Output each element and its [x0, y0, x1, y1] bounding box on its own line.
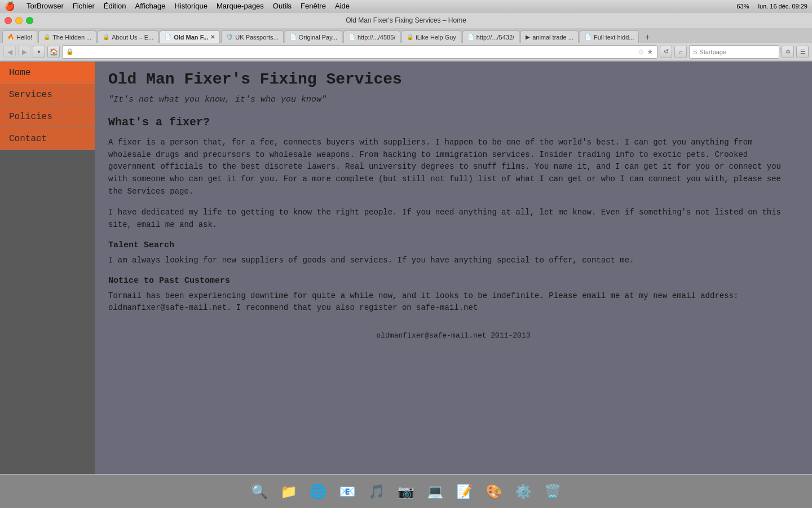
page-paragraph: Tormail has been experiencing downtime f… — [108, 290, 798, 314]
clock: lun. 16 déc. 09:29 — [758, 3, 807, 10]
tab-oldman[interactable]: 📄Old Man F...✕ — [160, 30, 220, 43]
browser-titlebar: Old Man Fixer's Fixing Services – Home — [0, 12, 812, 28]
tab-4585-label: http://.../4585/ — [358, 34, 395, 41]
tab-oldman-favicon: 📄 — [165, 34, 171, 40]
page-content: Old Man Fixer's Fixing Services "It's no… — [95, 62, 812, 475]
window-minimize[interactable] — [15, 17, 23, 24]
new-tab-button[interactable]: + — [641, 32, 654, 43]
menu-fichier[interactable]: Fichier — [73, 2, 95, 10]
tab-originalpay-favicon: 📄 — [290, 34, 297, 40]
section-subheading: Notice to Past Customers — [108, 276, 798, 286]
dock-item-7[interactable]: 📝 — [451, 478, 478, 505]
dock-item-9[interactable]: ⚙️ — [510, 478, 537, 505]
tab-aboutus-favicon: 🔒 — [103, 34, 109, 40]
section-heading: What's a fixer? — [108, 116, 798, 129]
sidebar: HomeServicesPoliciesContact — [0, 62, 95, 475]
url-bar[interactable] — [76, 48, 636, 56]
reload-button[interactable]: ↺ — [660, 46, 672, 58]
search-bar-container: S 🔍 — [689, 45, 779, 59]
tab-animaltrade-label: animal trade ... — [532, 34, 573, 41]
dock-item-2[interactable]: 🌐 — [304, 478, 332, 505]
tab-originalpay[interactable]: 📄Original Pay... — [285, 30, 342, 43]
page-paragraph: I have dedicated my life to getting to k… — [108, 207, 798, 231]
tab-hello[interactable]: 🔥Hello! — [2, 30, 37, 43]
dock-item-5[interactable]: 📷 — [392, 478, 420, 505]
settings-button[interactable]: ⚙ — [782, 46, 794, 58]
dock-item-6[interactable]: 💻 — [422, 478, 449, 505]
bookmark-star-icon[interactable]: ☆ — [638, 47, 645, 56]
tab-ilike-favicon: 🔒 — [407, 34, 413, 40]
lock-icon: 🔒 — [66, 48, 74, 55]
nav-home[interactable]: Home — [0, 62, 95, 84]
tab-oldman-close[interactable]: ✕ — [210, 34, 215, 40]
dock-item-8[interactable]: 🎨 — [480, 478, 508, 505]
browser-content: HomeServicesPoliciesContact Old Man Fixe… — [0, 62, 812, 475]
tab-animaltrade[interactable]: ▶animal trade ... — [520, 30, 579, 43]
nav-policies[interactable]: Policies — [0, 106, 95, 128]
tab-4585-favicon: 📄 — [348, 34, 355, 40]
url-bar-container: 🔒 ☆ ★ — [62, 45, 657, 59]
tab-fulltext-label: Full text hidd... — [594, 34, 634, 41]
forward-button[interactable]: ▶ — [18, 46, 30, 58]
menu-aide[interactable]: Aide — [335, 2, 350, 10]
page-title: Old Man Fixer's Fixing Services — [108, 71, 798, 88]
dock-item-1[interactable]: 📁 — [275, 478, 302, 505]
home-button[interactable]: 🏠 — [47, 46, 60, 58]
dock-item-3[interactable]: 📧 — [334, 478, 361, 505]
tab-5432-label: http://.../5432/ — [476, 34, 514, 41]
bookmark-star2-icon[interactable]: ★ — [647, 47, 654, 56]
tab-ukpassports-favicon: 🛡️ — [226, 34, 233, 40]
history-button[interactable]: ▼ — [33, 46, 45, 58]
menu-edition[interactable]: Édition — [104, 2, 126, 10]
menu-torbrowser[interactable]: TorBrowser — [27, 2, 64, 10]
tab-originalpay-label: Original Pay... — [299, 34, 337, 41]
menu-fenetre[interactable]: Fenêtre — [301, 2, 326, 10]
menu-marquepages[interactable]: Marque-pages — [217, 2, 264, 10]
mac-menubar: 🍎 TorBrowser Fichier Édition Affichage H… — [0, 0, 812, 12]
dock: 🔍📁🌐📧🎵📷💻📝🎨⚙️🗑️ — [0, 474, 812, 508]
window-controls[interactable] — [5, 17, 33, 24]
battery-indicator: 63% — [737, 3, 749, 10]
footer-text: oldmanfixer@safe-mail.net 2011-2013 — [376, 331, 530, 340]
menu-affichage[interactable]: Affichage — [135, 2, 166, 10]
back-button[interactable]: ◀ — [3, 46, 16, 58]
tab-4585[interactable]: 📄http://.../4585/ — [343, 30, 400, 43]
browser-chrome: Old Man Fixer's Fixing Services – Home 🔥… — [0, 12, 812, 62]
homepage-button[interactable]: ⌂ — [674, 46, 687, 58]
menu-outils[interactable]: Outils — [273, 2, 292, 10]
nav-contact[interactable]: Contact — [0, 128, 95, 150]
tab-hello-favicon: 🔥 — [7, 34, 14, 40]
tab-hello-label: Hello! — [16, 34, 32, 41]
search-bar[interactable] — [699, 49, 777, 55]
tab-5432-favicon: 📄 — [467, 34, 474, 40]
apple-menu[interactable]: 🍎 — [5, 1, 15, 11]
tab-ukpassports[interactable]: 🛡️UK Passports... — [221, 30, 283, 43]
page-tagline: "It's not what you know, it's who you kn… — [108, 95, 798, 104]
browser-toolbar: ◀ ▶ ▼ 🏠 🔒 ☆ ★ ↺ ⌂ S 🔍 ⚙ ☰ — [0, 43, 812, 61]
menu-button[interactable]: ☰ — [796, 46, 809, 58]
window-close[interactable] — [5, 17, 12, 24]
nav-services[interactable]: Services — [0, 84, 95, 106]
window-zoom[interactable] — [26, 17, 33, 24]
tab-hidden[interactable]: 🔒The Hidden ... — [38, 30, 96, 43]
page-paragraph: I am always looking for new suppliers of… — [108, 255, 798, 267]
tab-animaltrade-favicon: ▶ — [526, 34, 530, 40]
tab-hidden-label: The Hidden ... — [52, 34, 91, 41]
dock-item-10[interactable]: 🗑️ — [539, 478, 566, 505]
tab-aboutus-label: About Us – E... — [112, 34, 153, 41]
window-title: Old Man Fixer's Fixing Services – Home — [346, 16, 466, 24]
tab-ilike[interactable]: 🔒iLike Help Guy — [401, 30, 461, 43]
tab-5432[interactable]: 📄http://.../5432/ — [462, 30, 519, 43]
s-icon: S — [693, 49, 697, 55]
dock-item-4[interactable]: 🎵 — [363, 478, 390, 505]
section-subheading: Talent Search — [108, 240, 798, 250]
tab-ukpassports-label: UK Passports... — [235, 34, 278, 41]
tab-aboutus[interactable]: 🔒About Us – E... — [98, 30, 158, 43]
dock-item-0[interactable]: 🔍 — [246, 478, 273, 505]
tab-fulltext[interactable]: 📄Full text hidd... — [580, 30, 639, 43]
tab-hidden-favicon: 🔒 — [43, 34, 50, 40]
menu-historique[interactable]: Historique — [174, 2, 208, 10]
tab-fulltext-favicon: 📄 — [585, 34, 592, 40]
page-footer: oldmanfixer@safe-mail.net 2011-2013 — [108, 326, 798, 340]
tab-oldman-label: Old Man F... — [174, 34, 208, 41]
